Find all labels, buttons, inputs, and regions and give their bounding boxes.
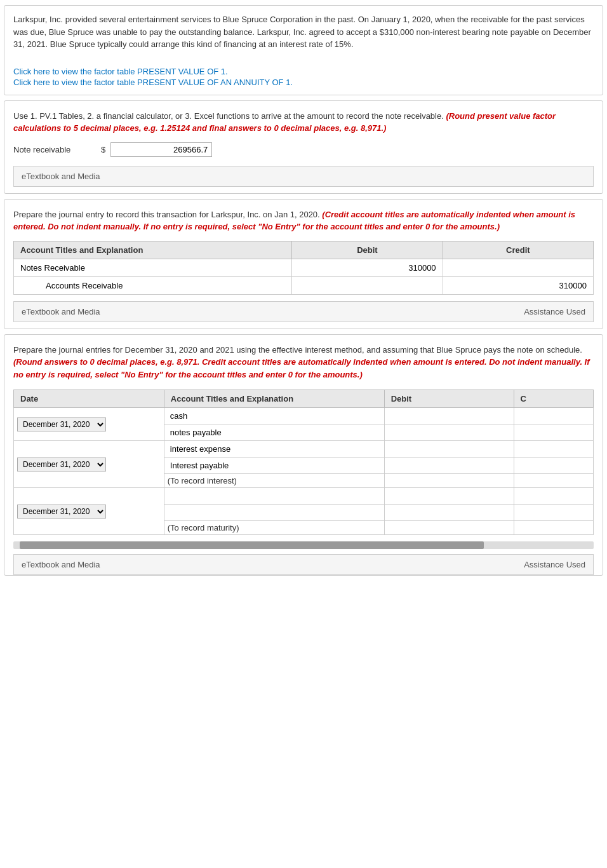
- credit-cell-8[interactable]: [514, 505, 593, 521]
- intro-section: Larkspur, Inc. provided several entertai…: [4, 5, 603, 95]
- etextbook-bar-3: eTextbook and Media Assistance Used: [13, 554, 594, 575]
- debit-cell-5[interactable]: [384, 441, 514, 458]
- account-cell-5[interactable]: [164, 441, 384, 458]
- journal-table: Account Titles and Explanation Debit Cre…: [13, 241, 594, 295]
- debit-input-3[interactable]: [388, 410, 510, 422]
- credit-input-2[interactable]: [447, 280, 589, 292]
- section3-red: (Round answers to 0 decimal places, e.g.…: [13, 357, 590, 379]
- scrollbar-thumb: [20, 541, 484, 549]
- date-select-1[interactable]: December 31, 2020 December 31, 2021 Janu…: [17, 417, 106, 431]
- col-header-credit2: C: [514, 390, 593, 408]
- etextbook-bar-2: eTextbook and Media Assistance Used: [13, 301, 594, 322]
- journal-table-2: Date Account Titles and Explanation Debi…: [13, 390, 594, 535]
- date-cell-2[interactable]: December 31, 2020 December 31, 2021 Janu…: [14, 441, 164, 488]
- col-header-credit: Credit: [443, 241, 593, 259]
- journal-entry-section: Prepare the journal entry to record this…: [4, 199, 603, 329]
- instruction-paragraph: Use 1. PV.1 Tables, 2. a financial calcu…: [13, 110, 594, 135]
- credit-input-8[interactable]: [517, 506, 590, 519]
- debit-input-7[interactable]: [388, 490, 510, 502]
- account-input-5[interactable]: [168, 443, 381, 455]
- note-receivable-input[interactable]: [110, 142, 212, 157]
- debit-cell-8[interactable]: [384, 505, 514, 521]
- table-row: December 31, 2020 December 31, 2021 Janu…: [14, 408, 594, 424]
- account-input-8[interactable]: [168, 506, 381, 519]
- date-select-3[interactable]: December 31, 2020 December 31, 2021 Janu…: [17, 505, 106, 519]
- empty-credit: [514, 474, 593, 488]
- etextbook-bar-1: eTextbook and Media: [13, 166, 594, 187]
- debit-input-6[interactable]: [388, 459, 510, 471]
- date-select-2[interactable]: December 31, 2020 December 31, 2021 Janu…: [17, 458, 106, 471]
- section3-plain: Prepare the journal entries for December…: [13, 345, 582, 355]
- pv1-table-link[interactable]: Click here to view the factor table PRES…: [13, 67, 594, 76]
- credit-cell-4[interactable]: [514, 424, 593, 441]
- credit-cell-3[interactable]: [514, 408, 593, 424]
- col-header-date: Date: [14, 390, 164, 408]
- credit-input-3[interactable]: [517, 410, 590, 422]
- account-cell-8[interactable]: [164, 505, 384, 521]
- to-record-maturity-note: (To record maturity): [164, 521, 384, 535]
- empty-debit: [384, 474, 514, 488]
- debit-cell-6[interactable]: [384, 458, 514, 474]
- empty-credit2: [514, 521, 593, 535]
- journal-entries-section2: Prepare the journal entries for December…: [4, 334, 603, 576]
- credit-input-4[interactable]: [517, 426, 590, 438]
- credit-cell-2[interactable]: [443, 276, 593, 294]
- instruction-plain: Use 1. PV.1 Tables, 2. a financial calcu…: [13, 111, 444, 121]
- col-header-debit: Debit: [292, 241, 443, 259]
- credit-input-6[interactable]: [517, 459, 590, 471]
- account-input-1[interactable]: [18, 262, 288, 274]
- credit-cell-5[interactable]: [514, 441, 593, 458]
- account-cell-2[interactable]: [14, 276, 292, 294]
- account-cell-6[interactable]: [164, 458, 384, 474]
- assistance-used-label: Assistance Used: [524, 307, 585, 316]
- horizontal-scrollbar[interactable]: [13, 541, 594, 549]
- assistance-used-label-2: Assistance Used: [524, 560, 585, 569]
- etextbook-label-1: eTextbook and Media: [22, 172, 100, 181]
- debit-input-4[interactable]: [388, 426, 510, 438]
- credit-input-7[interactable]: [517, 490, 590, 502]
- intro-paragraph: Larkspur, Inc. provided several entertai…: [13, 13, 594, 51]
- account-input-7[interactable]: [168, 490, 381, 502]
- account-input-6[interactable]: [168, 459, 381, 471]
- date-cell-3[interactable]: December 31, 2020 December 31, 2021 Janu…: [14, 488, 164, 535]
- account-input-2[interactable]: [33, 280, 288, 292]
- debit-cell-7[interactable]: [384, 488, 514, 505]
- account-cell-3[interactable]: [164, 408, 384, 424]
- col-header-account2: Account Titles and Explanation: [164, 390, 384, 408]
- note-receivable-label: Note receivable: [13, 145, 96, 154]
- to-record-interest-note: (To record interest): [164, 474, 384, 488]
- etextbook-label-3: eTextbook and Media: [22, 560, 100, 569]
- account-input-3[interactable]: [168, 410, 381, 422]
- account-cell-7[interactable]: [164, 488, 384, 505]
- debit-cell-1[interactable]: [292, 259, 443, 276]
- col-header-debit2: Debit: [384, 390, 514, 408]
- empty-debit2: [384, 521, 514, 535]
- journal-instruction: Prepare the journal entry to record this…: [13, 208, 594, 233]
- pv-annuity-table-link[interactable]: Click here to view the factor table PRES…: [13, 78, 594, 87]
- debit-input-8[interactable]: [388, 506, 510, 519]
- table-row: [14, 259, 594, 276]
- debit-input-1[interactable]: [296, 262, 438, 274]
- credit-input-5[interactable]: [517, 443, 590, 455]
- account-cell-1[interactable]: [14, 259, 292, 276]
- debit-input-5[interactable]: [388, 443, 510, 455]
- account-cell-4[interactable]: [164, 424, 384, 441]
- debit-cell-2[interactable]: [292, 276, 443, 294]
- date-cell-1[interactable]: December 31, 2020 December 31, 2021 Janu…: [14, 408, 164, 441]
- dollar-sign: $: [101, 145, 105, 154]
- debit-input-2[interactable]: [296, 280, 438, 292]
- col-header-account: Account Titles and Explanation: [14, 241, 292, 259]
- table-row: December 31, 2020 December 31, 2021 Janu…: [14, 488, 594, 505]
- debit-cell-3[interactable]: [384, 408, 514, 424]
- journal-instruction-plain: Prepare the journal entry to record this…: [13, 210, 320, 219]
- table-row: [14, 276, 594, 294]
- credit-cell-1[interactable]: [443, 259, 593, 276]
- table-row: December 31, 2020 December 31, 2021 Janu…: [14, 441, 594, 458]
- credit-cell-6[interactable]: [514, 458, 593, 474]
- etextbook-label-2: eTextbook and Media: [22, 307, 100, 316]
- credit-cell-7[interactable]: [514, 488, 593, 505]
- credit-input-1[interactable]: [447, 262, 589, 274]
- note-receivable-row: Note receivable $: [13, 142, 594, 157]
- debit-cell-4[interactable]: [384, 424, 514, 441]
- account-input-4[interactable]: [168, 426, 381, 438]
